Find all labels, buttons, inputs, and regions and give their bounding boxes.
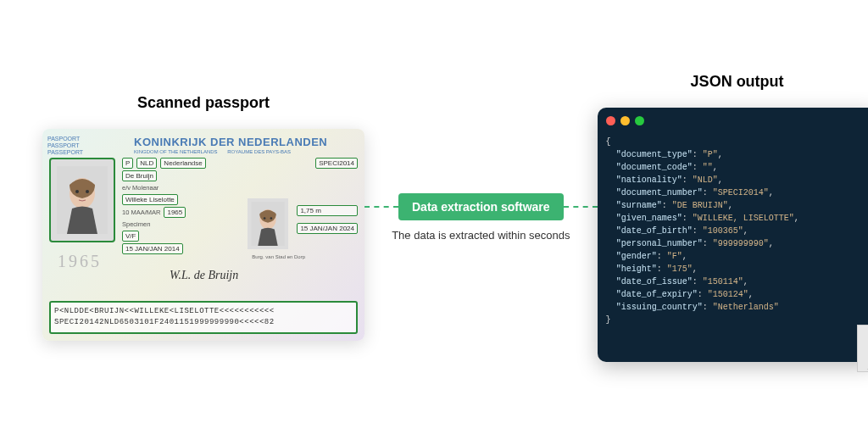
passport-card: PASPOORT PASSPORT PASSEPORT KONINKRIJK D… (42, 129, 364, 341)
arrow-left-icon (364, 206, 398, 208)
label-passport: PASSPORT (47, 142, 83, 149)
zoom-dot-icon (635, 116, 644, 125)
field-dob-year: 1965 (164, 207, 186, 218)
field-surname-note: e/v Molenaar (122, 183, 358, 192)
passport-photo-main (49, 158, 115, 242)
passport-country-header: KONINKRIJK DER NEDERLANDEN (49, 136, 358, 148)
svg-point-7 (270, 217, 273, 220)
json-output-section: JSON output { "document_type": "P", "doc… (598, 73, 868, 362)
signature: W.L. de Bruijn (170, 269, 238, 282)
right-title: JSON output (691, 73, 784, 91)
face-icon (57, 166, 108, 234)
burg-label: Burg. van Stad en Dorp (252, 254, 305, 259)
passport-photo-small (248, 198, 288, 249)
svg-point-2 (75, 190, 79, 193)
label-passeport: PASSEPORT (47, 149, 83, 156)
field-code-p: P (122, 158, 133, 169)
window-controls (606, 116, 868, 125)
arrow-right-icon (564, 206, 598, 208)
extraction-subtext: The data is extracted within seconds (392, 229, 570, 242)
json-terminal: { "document_type": "P", "document_code":… (598, 108, 868, 362)
svg-point-6 (264, 217, 266, 220)
passport-type-labels: PASPOORT PASSPORT PASSEPORT (47, 136, 83, 157)
year-watermark: 1965 (58, 252, 102, 271)
minimize-dot-icon (620, 116, 630, 125)
svg-point-3 (86, 190, 89, 193)
field-height: 1,75 m (297, 205, 358, 216)
field-code-nld: NLD (136, 158, 157, 169)
field-given-names: Willeke Liselotte (122, 194, 178, 205)
face-icon (251, 202, 285, 246)
scanned-passport-section: Scanned passport PASPOORT PASSPORT PASSE… (42, 94, 364, 341)
svg-rect-8 (861, 327, 868, 370)
field-surname: De Bruijn (122, 170, 157, 181)
field-sex: V/F (122, 231, 139, 242)
left-title: Scanned passport (137, 94, 270, 112)
extraction-flow: Data extraction software The data is ext… (364, 193, 598, 242)
face-icon (860, 327, 868, 370)
label-paspoort: PASPOORT (47, 136, 83, 142)
field-doc-number: SPECI2014 (315, 158, 358, 169)
mrz-line-1: P<NLDDE<BRUIJN<<WILLEKE<LISELOTTE<<<<<<<… (54, 306, 353, 318)
close-dot-icon (606, 116, 615, 125)
field-nationality: Nederlandse (160, 158, 205, 169)
json-body: { "document_type": "P", "document_code":… (606, 136, 868, 326)
field-issue-date: 15 JAN/JAN 2014 (122, 243, 183, 254)
field-dob-label: 10 MAA/MAR (122, 208, 160, 217)
mrz-zone: P<NLDDE<BRUIJN<<WILLEKE<LISELOTTE<<<<<<<… (49, 301, 358, 334)
passport-country-subheader: KINGDOM OF THE NETHERLANDS ROYAUME DES P… (49, 149, 358, 154)
field-expiry: 15 JAN/JAN 2024 (297, 223, 358, 234)
extracted-photo (857, 325, 868, 372)
mrz-line-2: SPECI20142NLD6503101F2401151999999990<<<… (54, 317, 353, 329)
software-badge: Data extraction software (398, 193, 564, 220)
